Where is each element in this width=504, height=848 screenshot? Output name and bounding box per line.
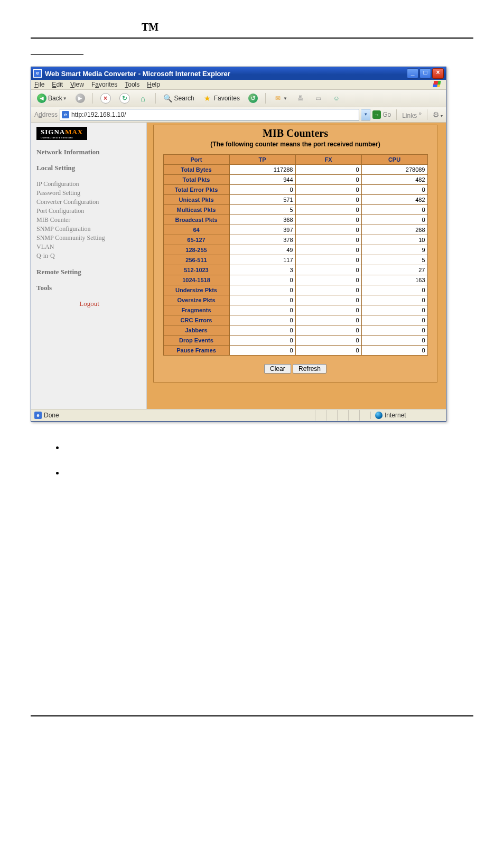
print-button[interactable]: 🖶 [293,92,308,104]
table-row: Total Bytes1172880278089 [163,165,427,175]
cell-tp: 117288 [229,165,295,175]
status-bar: e Done Internet [31,409,446,421]
maximize-button[interactable]: □ [419,68,431,79]
sidebar-item-mib-counter[interactable]: MIB Counter [36,216,142,225]
history-button[interactable]: ↺ [246,92,260,104]
table-row: 1024-151800163 [163,275,427,285]
go-button[interactable]: → Go [372,110,391,119]
bullet-2 [64,468,473,478]
sidebar-item-port-config[interactable]: Port Configuration [36,207,142,216]
browser-window: e Web Smart Media Converter - Microsoft … [31,67,446,422]
windows-logo-icon [433,81,443,89]
cell-cpu: 268 [361,225,427,235]
clear-button[interactable]: Clear [264,364,291,374]
table-row: 643970268 [163,225,427,235]
cell-cpu: 163 [361,275,427,285]
content-area: SIGNAMAX CONNECTIVITY SYSTEMS Network In… [31,123,446,409]
row-label: Fragments [163,305,229,315]
menu-view[interactable]: View [70,81,84,88]
row-label: Multicast Pkts [163,205,229,215]
cell-fx: 0 [295,205,361,215]
forward-arrow-icon: ► [76,94,85,103]
page-title: MIB Counters [154,127,437,139]
sidebar-head-remote[interactable]: Remote Setting [36,268,142,276]
window-titlebar: e Web Smart Media Converter - Microsoft … [31,67,446,80]
favorites-button[interactable]: ★ Favorites [200,92,242,104]
cell-tp: 5 [229,205,295,215]
minimize-button[interactable]: _ [407,68,418,79]
cell-cpu: 278089 [361,165,427,175]
forward-button[interactable]: ► [73,92,88,104]
menu-help[interactable]: Help [147,81,160,88]
menu-file[interactable]: File [34,81,44,88]
messenger-button[interactable]: ☺ [329,92,344,104]
ie-page-icon: e [62,111,69,118]
mail-button[interactable]: ✉▼ [270,92,290,104]
page-header-tm: TM [142,21,473,33]
cell-cpu: 5 [361,255,427,265]
menu-tools[interactable]: Tools [125,81,139,88]
cell-cpu: 0 [361,315,427,325]
status-ie-icon: e [34,412,42,419]
sidebar-head-tools[interactable]: Tools [36,284,142,292]
col-port: Port [163,155,229,165]
address-label: Address [34,111,58,118]
cell-fx: 0 [295,195,361,205]
cell-cpu: 0 [361,346,427,356]
refresh-button[interactable]: ↻ [117,92,133,105]
back-arrow-icon: ◄ [37,94,46,103]
sidebar-head-network[interactable]: Network Information [36,148,142,156]
row-label: 1024-1518 [163,275,229,285]
links-button[interactable]: Links » [402,110,422,119]
cell-tp: 571 [229,195,295,205]
cell-tp: 3 [229,265,295,275]
cell-tp: 0 [229,295,295,305]
close-button[interactable]: × [432,68,444,79]
col-tp: TP [229,155,295,165]
search-button[interactable]: 🔍 Search [161,92,197,104]
home-button[interactable]: ⌂ [136,92,151,104]
cell-fx: 0 [295,215,361,225]
refresh-button-panel[interactable]: Refresh [293,364,326,374]
cell-cpu: 0 [361,336,427,346]
cell-cpu: 0 [361,295,427,305]
sidebar-logout[interactable]: Logout [36,300,142,308]
col-fx: FX [295,155,361,165]
menu-edit[interactable]: Edit [52,81,63,88]
address-dropdown[interactable]: ▾ [361,109,370,120]
cell-tp: 944 [229,175,295,185]
sidebar-item-password[interactable]: Password Setting [36,189,142,198]
status-zone: Internet [385,412,406,419]
cell-tp: 0 [229,185,295,195]
back-button[interactable]: ◄ Back ▼ [34,92,70,104]
menu-favorites[interactable]: Favorites [91,81,117,88]
sidebar-item-snmp-comm[interactable]: SNMP Community Setting [36,234,142,243]
cell-tp: 0 [229,305,295,315]
sidebar-item-vlan[interactable]: VLAN [36,243,142,251]
cell-tp: 0 [229,346,295,356]
edit-button[interactable]: ▭ [311,92,326,104]
cell-fx: 0 [295,305,361,315]
row-label: Unicast Pkts [163,195,229,205]
address-input[interactable]: e http://192.168.1.10/ [60,109,359,120]
sidebar-item-snmp-config[interactable]: SNMP Configuration [36,225,142,234]
divider-bottom [31,715,473,716]
cell-fx: 0 [295,325,361,336]
sidebar-item-ip-config[interactable]: IP Configuration [36,180,142,189]
settings-icon[interactable]: ⚙ ▾ [433,110,443,119]
home-icon: ⌂ [138,94,148,103]
table-row: 128-2554909 [163,245,427,255]
go-arrow-icon: → [372,110,381,119]
star-icon: ★ [203,94,212,103]
table-row: 65-127378010 [163,235,427,245]
search-icon: 🔍 [163,94,173,103]
table-row: Jabbers000 [163,325,427,336]
cell-cpu: 0 [361,285,427,295]
table-row: 256-51111705 [163,255,427,265]
cell-cpu: 0 [361,215,427,225]
table-row: Multicast Pkts500 [163,205,427,215]
sidebar-item-qinq[interactable]: Q-in-Q [36,251,142,260]
table-row: Total Error Pkts000 [163,185,427,195]
stop-button[interactable]: × [98,92,114,105]
sidebar-item-converter[interactable]: Converter Configuration [36,198,142,207]
